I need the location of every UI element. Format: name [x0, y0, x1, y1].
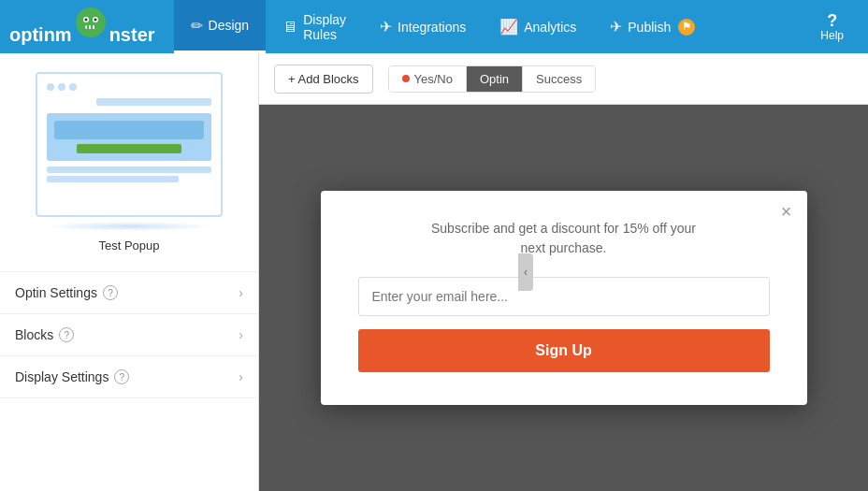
- optin-settings-label: Optin Settings: [15, 285, 97, 300]
- blocks-help-icon[interactable]: ?: [59, 327, 74, 342]
- tab-success-label: Success: [536, 72, 582, 86]
- popup-signup-label: Sign Up: [535, 342, 591, 358]
- preview-top-bar: [96, 98, 211, 106]
- nav-display-rules[interactable]: 🖥 DisplayRules: [266, 0, 363, 53]
- display-settings-label: Display Settings: [15, 369, 108, 384]
- help-label: Help: [820, 29, 844, 42]
- nav-display-rules-label: DisplayRules: [303, 12, 346, 42]
- preview-modal-bar1: [54, 121, 204, 139]
- add-blocks-button[interactable]: + Add Blocks: [274, 65, 373, 94]
- design-icon: ✏: [191, 17, 203, 35]
- svg-rect-6: [87, 25, 89, 29]
- sidebar-menu: Optin Settings ? › Blocks ? › Display Se…: [0, 271, 258, 491]
- blocks-left: Blocks ?: [15, 327, 74, 342]
- yesno-dot: [402, 75, 410, 82]
- nav-analytics[interactable]: 📈 Analytics: [483, 0, 593, 53]
- sidebar-item-display-settings[interactable]: Display Settings ? ›: [0, 356, 258, 398]
- logo-text: optinm nster: [9, 7, 155, 46]
- logo[interactable]: optinm nster: [9, 7, 155, 46]
- tab-optin-label: Optin: [480, 72, 509, 86]
- tab-success[interactable]: Success: [523, 66, 595, 92]
- display-settings-help-icon[interactable]: ?: [114, 369, 129, 384]
- content-area: ‹ + Add Blocks Yes/No Optin Success: [259, 53, 868, 491]
- nav-analytics-label: Analytics: [524, 20, 576, 35]
- preview-dot-2: [58, 83, 65, 91]
- sidebar-item-optin-settings[interactable]: Optin Settings ? ›: [0, 272, 258, 314]
- display-settings-left: Display Settings ?: [15, 369, 129, 384]
- preview-dot-1: [47, 83, 54, 91]
- sidebar: Test Popup Optin Settings ? › Blocks ? ›…: [0, 53, 259, 491]
- popup-signup-button[interactable]: Sign Up: [358, 329, 770, 372]
- preview-modal-bar2: [77, 144, 181, 153]
- analytics-icon: 📈: [499, 18, 518, 36]
- nav-design[interactable]: ✏ Design: [174, 0, 267, 53]
- publish-badge: ⚑: [678, 19, 695, 36]
- sidebar-collapse-handle[interactable]: ‹: [518, 253, 533, 291]
- sidebar-item-blocks[interactable]: Blocks ? ›: [0, 314, 258, 356]
- header: optinm nster ✏ Design 🖥 DisplayRules: [0, 0, 868, 53]
- preview-shadow: [45, 222, 213, 231]
- sidebar-preview: Test Popup: [0, 53, 258, 271]
- optin-settings-help-icon[interactable]: ?: [103, 285, 118, 300]
- logo-monster-icon: [74, 6, 108, 39]
- preview-dots: [47, 83, 211, 91]
- optin-settings-left: Optin Settings ?: [15, 285, 118, 300]
- preview-box: [36, 72, 223, 217]
- optin-settings-chevron: ›: [239, 285, 243, 300]
- svg-point-0: [76, 7, 106, 37]
- nav-design-label: Design: [209, 18, 250, 33]
- help-question-icon: ?: [827, 12, 837, 29]
- display-settings-chevron: ›: [239, 369, 243, 384]
- canvas-area: × Subscribe and get a discount for 15% o…: [259, 105, 868, 491]
- main-layout: Test Popup Optin Settings ? › Blocks ? ›…: [0, 53, 868, 491]
- preview-bottom-line-1: [47, 166, 211, 173]
- svg-rect-7: [91, 25, 93, 29]
- nav-publish-label: Publish: [628, 20, 671, 35]
- view-tabs: Yes/No Optin Success: [388, 65, 597, 93]
- nav-integrations-label: Integrations: [398, 20, 466, 35]
- main-nav: ✏ Design 🖥 DisplayRules ✈ Integrations 📈…: [174, 0, 806, 53]
- publish-icon: ✈: [610, 18, 622, 36]
- tab-yesno[interactable]: Yes/No: [389, 66, 467, 92]
- popup-description: Subscribe and get a discount for 15% off…: [358, 219, 770, 258]
- svg-point-3: [84, 19, 87, 22]
- preview-dot-3: [69, 83, 77, 91]
- tab-optin[interactable]: Optin: [467, 66, 523, 92]
- integrations-icon: ✈: [380, 18, 392, 36]
- content-toolbar: + Add Blocks Yes/No Optin Success: [259, 53, 868, 105]
- blocks-chevron: ›: [239, 327, 243, 342]
- nav-publish[interactable]: ✈ Publish ⚑: [593, 0, 712, 53]
- display-rules-icon: 🖥: [282, 19, 297, 36]
- svg-point-4: [94, 19, 96, 22]
- help-button[interactable]: ? Help: [805, 12, 859, 42]
- preview-bottom-line-2: [47, 176, 179, 182]
- popup-modal: × Subscribe and get a discount for 15% o…: [321, 191, 807, 405]
- popup-close-button[interactable]: ×: [781, 202, 792, 221]
- nav-integrations[interactable]: ✈ Integrations: [363, 0, 483, 53]
- blocks-label: Blocks: [15, 327, 53, 342]
- add-blocks-label: + Add Blocks: [288, 72, 359, 86]
- preview-modal: [47, 113, 211, 161]
- preview-title: Test Popup: [98, 238, 159, 253]
- preview-bottom-lines: [47, 166, 211, 182]
- popup-email-input[interactable]: [358, 277, 770, 316]
- svg-rect-8: [94, 25, 96, 29]
- tab-yesno-label: Yes/No: [414, 72, 453, 86]
